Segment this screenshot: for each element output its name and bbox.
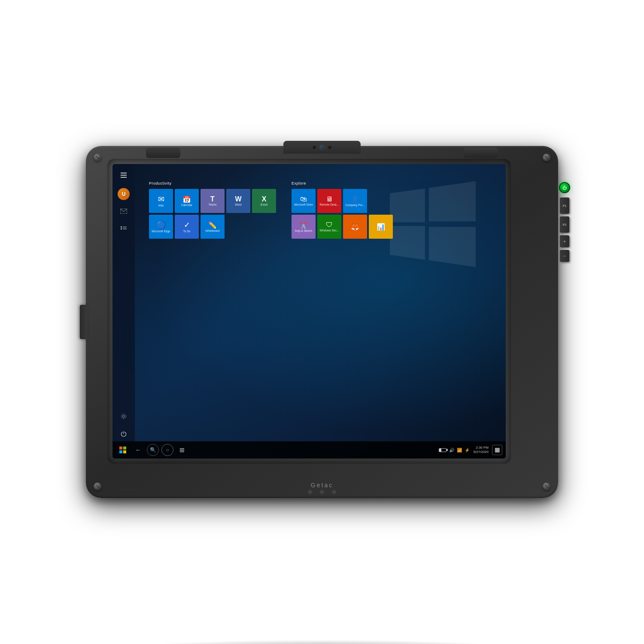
system-clock[interactable]: 2:30 PM 5/27/2020 (473, 446, 489, 455)
power-button[interactable]: ⏻ (559, 182, 570, 193)
explore-label: Explore (292, 181, 393, 185)
company-tile[interactable]: 👤 Company Por... (343, 189, 367, 213)
explore-section: Explore 🛍 Microsoft Store 🖥 Remote Desk.… (292, 181, 393, 240)
taskbar: ← 🔍 ○ ⊞ 🔊 📶 ⚡ (112, 441, 506, 459)
teams-tile[interactable]: T Teams (200, 189, 225, 213)
store-tile-label: Microsoft Store (294, 203, 313, 207)
yellow-tile[interactable]: 📊 (369, 215, 393, 239)
screw-top-right (543, 154, 550, 161)
ir-dot (313, 146, 316, 149)
explore-row-1: 🛍 Microsoft Store 🖥 Remote Desk... 👤 Co (292, 189, 393, 213)
speaker-grille (120, 489, 137, 490)
taskbar-right: 🔊 📶 ⚡ 2:30 PM 5/27/2020 ⬜ (439, 445, 502, 455)
windows-icon (119, 447, 126, 453)
snip-tile-label: Snip & Sketch (295, 229, 313, 233)
indicator-power (308, 490, 312, 494)
cortana-button[interactable]: ○ (161, 444, 173, 456)
snip-tile[interactable]: ✂️ Snip & Sketch (292, 215, 316, 239)
speaker-dot (136, 489, 137, 490)
user-avatar[interactable]: U (118, 188, 130, 200)
calendar-tile[interactable]: 📅 Calendar (175, 189, 199, 213)
excel-tile-label: Excel (261, 203, 267, 207)
battery-icon (439, 448, 447, 452)
clock-date: 5/27/2020 (473, 450, 489, 454)
right-buttons: ⏻ P1 P2 + − (559, 180, 570, 262)
speaker-dot (133, 489, 134, 490)
screen: U (112, 164, 506, 459)
settings-sidebar-icon[interactable] (116, 409, 131, 424)
top-left-bump (146, 148, 180, 158)
svg-point-9 (122, 414, 126, 419)
p2-button[interactable]: P2 (560, 216, 569, 233)
system-tray-icons: 🔊 📶 ⚡ (439, 448, 470, 453)
win-sq-yellow (123, 450, 126, 453)
word-tile[interactable]: W Word (226, 189, 250, 213)
security-tile[interactable]: 🛡 Windows Sec... (317, 215, 341, 239)
volume-down-button[interactable]: − (560, 250, 569, 262)
volume-icon: 🔊 (449, 448, 454, 453)
rdp-tile-label: Remote Desk... (320, 203, 339, 207)
edge-tile-label: Microsoft Edge (152, 230, 170, 233)
start-menu-sidebar: U (112, 164, 135, 441)
power-sidebar-icon[interactable] (116, 426, 131, 441)
battery-fill (439, 449, 441, 452)
start-tiles-area: Productivity ✉ Mail 📅 Calendar (136, 173, 506, 440)
todo-tile-label: To Do (183, 230, 191, 233)
whiteboard-tile[interactable]: ✏️ Whiteboard (200, 215, 225, 239)
notification-center-button[interactable]: ⬜ (492, 445, 502, 455)
speaker-dot (120, 489, 122, 490)
camera-lens (319, 145, 325, 150)
screw-bottom-left (94, 483, 101, 490)
todo-tile[interactable]: ✓ To Do (175, 215, 199, 239)
security-tile-label: Windows Sec... (320, 229, 339, 232)
calendar-tile-label: Calendar (181, 204, 192, 207)
win-sq-blue (119, 450, 122, 453)
task-view-button[interactable]: ⊞ (175, 443, 189, 457)
start-button[interactable] (116, 443, 130, 457)
bottom-indicators (308, 490, 336, 494)
win-sq-red (119, 447, 122, 450)
tiles-columns: Productivity ✉ Mail 📅 Calendar (149, 181, 493, 247)
device-shadow (129, 640, 515, 644)
p1-button[interactable]: P1 (560, 197, 569, 214)
volume-up-button[interactable]: + (560, 235, 569, 247)
svg-rect-2 (121, 177, 127, 178)
productivity-row-1: ✉ Mail 📅 Calendar T Teams (149, 189, 276, 213)
rdp-tile[interactable]: 🖥 Remote Desk... (317, 189, 341, 213)
svg-point-8 (123, 416, 125, 418)
productivity-row-2: 🔵 Microsoft Edge ✓ To Do ✏️ Whiteboard (149, 215, 276, 239)
company-tile-label: Company Por... (346, 204, 365, 207)
email-sidebar-icon[interactable] (116, 204, 131, 219)
top-right-bump (464, 148, 498, 158)
svg-rect-5 (121, 228, 122, 230)
word-tile-label: Word (235, 203, 241, 207)
svg-rect-6 (123, 227, 127, 228)
speaker-dot (125, 489, 127, 490)
svg-rect-0 (121, 173, 127, 173)
screw-bottom-right (543, 483, 550, 490)
network-icon: 📶 (457, 448, 462, 453)
search-button[interactable]: 🔍 (147, 444, 159, 456)
win-sq-green (123, 447, 126, 450)
store-tile[interactable]: 🛍 Microsoft Store (292, 189, 316, 213)
productivity-section: Productivity ✉ Mail 📅 Calendar (149, 181, 276, 240)
speaker-dot (123, 489, 124, 490)
svg-rect-4 (121, 226, 122, 228)
edge-tile[interactable]: 🔵 Microsoft Edge (149, 215, 173, 239)
orange-tile[interactable]: 🦊 (343, 215, 367, 239)
camera-housing (283, 141, 361, 154)
left-handle (80, 305, 88, 339)
mail-tile[interactable]: ✉ Mail (149, 189, 173, 213)
back-button[interactable]: ← (131, 443, 145, 457)
brand-label: Getac (311, 482, 333, 489)
explore-row-2: ✂️ Snip & Sketch 🛡 Windows Sec... 🦊 (292, 215, 393, 239)
svg-rect-7 (123, 229, 127, 230)
screw-top-left (94, 154, 101, 161)
list-sidebar-icon[interactable] (116, 221, 131, 236)
bluetooth-icon: ⚡ (465, 448, 470, 453)
excel-tile[interactable]: X Excel (252, 189, 276, 213)
ir-dot-2 (328, 146, 331, 149)
hamburger-menu-icon[interactable] (116, 167, 131, 183)
speaker-dot (131, 489, 132, 490)
indicator-2 (320, 490, 324, 494)
